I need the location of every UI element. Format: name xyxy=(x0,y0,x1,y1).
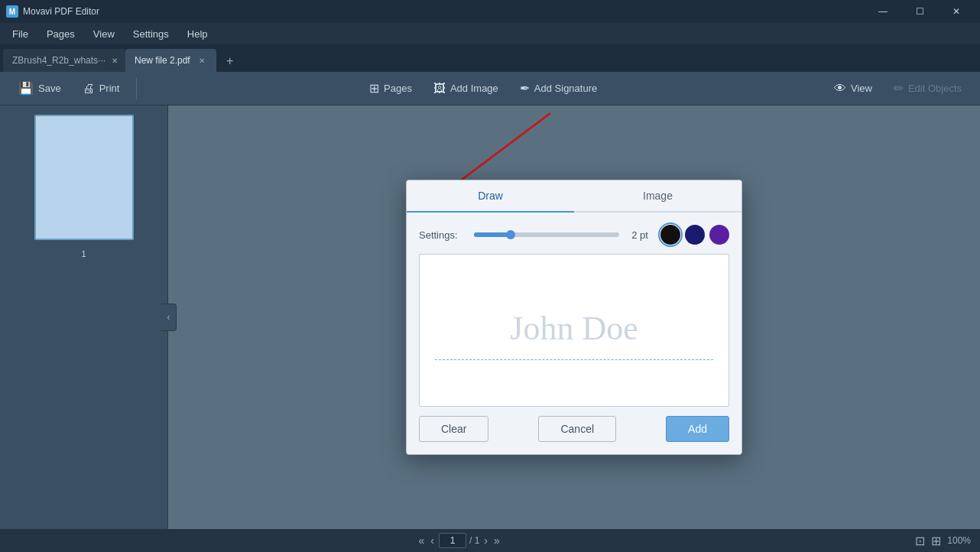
clear-button[interactable]: Clear xyxy=(419,416,488,442)
signature-baseline xyxy=(435,359,713,360)
status-bar: « ‹ / 1 › » ⊡ ⊞ 100% xyxy=(0,529,980,552)
add-signature-label: Add Signature xyxy=(534,83,597,94)
color-swatch-purple[interactable] xyxy=(709,225,729,245)
add-image-label: Add Image xyxy=(450,83,498,94)
tab-zbrush-label: ZBrush4_R2b_whats··· xyxy=(12,55,105,66)
signature-canvas[interactable]: John Doe xyxy=(419,254,729,407)
view-icon: 👁 xyxy=(834,82,846,96)
dialog-tab-image[interactable]: Image xyxy=(574,180,741,211)
pages-button[interactable]: ⊞ Pages xyxy=(360,76,421,100)
view-button[interactable]: 👁 View xyxy=(825,77,881,100)
title-bar-left: M Movavi PDF Editor xyxy=(6,5,99,18)
add-signature-button[interactable]: ✒ Add Signature xyxy=(511,76,606,100)
dialog-tabs: Draw Image xyxy=(407,180,741,213)
page-number-1: 1 xyxy=(81,249,86,258)
view-label: View xyxy=(851,83,872,94)
settings-row: Settings: 2 pt xyxy=(419,225,729,245)
close-button[interactable]: ✕ xyxy=(939,0,974,23)
menu-pages[interactable]: Pages xyxy=(37,25,84,43)
dialog-tab-draw-label: Draw xyxy=(478,190,503,202)
nav-next-button[interactable]: › xyxy=(482,533,489,548)
menu-view[interactable]: View xyxy=(84,25,124,43)
toolbar-separator-1 xyxy=(136,78,137,99)
signature-preview-text: John Doe xyxy=(510,309,638,348)
print-icon: 🖨 xyxy=(83,82,95,96)
pages-label: Pages xyxy=(384,83,412,94)
nav-first-button[interactable]: « xyxy=(417,533,427,548)
save-label: Save xyxy=(38,83,61,94)
app-icon: M xyxy=(6,5,18,18)
color-swatches xyxy=(660,225,729,245)
dialog-overlay: Draw Image Settings: 2 pt xyxy=(168,106,980,529)
total-pages-label: / 1 xyxy=(469,535,479,546)
dialog-tab-draw[interactable]: Draw xyxy=(407,180,574,211)
print-button[interactable]: 🖨 Print xyxy=(73,77,129,100)
menu-bar: File Pages View Settings Help xyxy=(0,23,980,44)
tabs-bar: ZBrush4_R2b_whats··· ✕ New file 2.pdf ✕ … xyxy=(0,44,980,72)
pt-value-label: 2 pt xyxy=(628,229,651,241)
toolbar-right: 👁 View ✏ Edit Objects xyxy=(825,76,971,100)
slider-thumb[interactable] xyxy=(506,230,515,239)
main-area: 1 ‹ Draw Image xyxy=(0,106,980,529)
tab-newfile[interactable]: New file 2.pdf ✕ xyxy=(125,49,216,72)
tab-zbrush-close[interactable]: ✕ xyxy=(112,55,118,66)
print-label: Print xyxy=(99,83,120,94)
nav-last-button[interactable]: » xyxy=(492,533,501,548)
fit-page-icon[interactable]: ⊡ xyxy=(915,534,925,548)
add-signature-icon: ✒ xyxy=(520,81,530,96)
edit-objects-label: Edit Objects xyxy=(908,83,962,94)
page-thumbnail-1[interactable] xyxy=(34,115,134,240)
add-button[interactable]: Add xyxy=(666,416,729,442)
menu-settings[interactable]: Settings xyxy=(124,25,178,43)
tab-newfile-label: New file 2.pdf xyxy=(135,55,190,66)
save-icon: 💾 xyxy=(18,81,34,96)
stroke-width-slider[interactable] xyxy=(474,232,619,237)
tab-zbrush[interactable]: ZBrush4_R2b_whats··· ✕ xyxy=(3,49,125,72)
pages-icon: ⊞ xyxy=(369,81,379,96)
toolbar-center: ⊞ Pages 🖼 Add Image ✒ Add Signature xyxy=(144,76,822,100)
fit-width-icon[interactable]: ⊞ xyxy=(931,534,941,548)
tab-newfile-close[interactable]: ✕ xyxy=(196,55,207,66)
menu-file[interactable]: File xyxy=(3,25,37,43)
dialog-body: Settings: 2 pt xyxy=(407,213,741,454)
status-bar-right: ⊡ ⊞ 100% xyxy=(915,534,971,548)
cancel-button[interactable]: Cancel xyxy=(538,416,616,442)
content-area: Draw Image Settings: 2 pt xyxy=(168,106,980,529)
add-signature-dialog: Draw Image Settings: 2 pt xyxy=(406,180,742,455)
current-page-input[interactable] xyxy=(439,533,466,548)
dialog-tab-image-label: Image xyxy=(643,190,673,202)
sidebar: 1 ‹ xyxy=(0,106,168,529)
nav-prev-button[interactable]: ‹ xyxy=(429,533,436,548)
page-thumb-inner xyxy=(36,116,132,239)
title-bar-controls: — ☐ ✕ xyxy=(865,0,974,23)
color-swatch-black[interactable] xyxy=(660,225,680,245)
maximize-button[interactable]: ☐ xyxy=(902,0,937,23)
edit-objects-button[interactable]: ✏ Edit Objects xyxy=(884,76,971,100)
settings-label: Settings: xyxy=(419,229,465,241)
dialog-buttons: Clear Cancel Add xyxy=(419,416,729,442)
color-swatch-dark-blue[interactable] xyxy=(685,225,705,245)
menu-help[interactable]: Help xyxy=(178,25,217,43)
minimize-button[interactable]: — xyxy=(865,0,900,23)
edit-objects-icon: ✏ xyxy=(894,81,904,96)
status-bar-center: « ‹ / 1 › » xyxy=(9,533,909,548)
slider-track xyxy=(474,232,511,237)
title-bar: M Movavi PDF Editor — ☐ ✕ xyxy=(0,0,980,23)
toolbar: 💾 Save 🖨 Print ⊞ Pages 🖼 Add Image ✒ Add… xyxy=(0,72,980,106)
app-title: Movavi PDF Editor xyxy=(23,6,99,17)
save-button[interactable]: 💾 Save xyxy=(9,76,70,100)
zoom-level-label: 100% xyxy=(947,535,971,546)
add-image-icon: 🖼 xyxy=(433,82,446,96)
tab-add-button[interactable]: + xyxy=(219,50,241,72)
add-image-button[interactable]: 🖼 Add Image xyxy=(424,76,508,100)
